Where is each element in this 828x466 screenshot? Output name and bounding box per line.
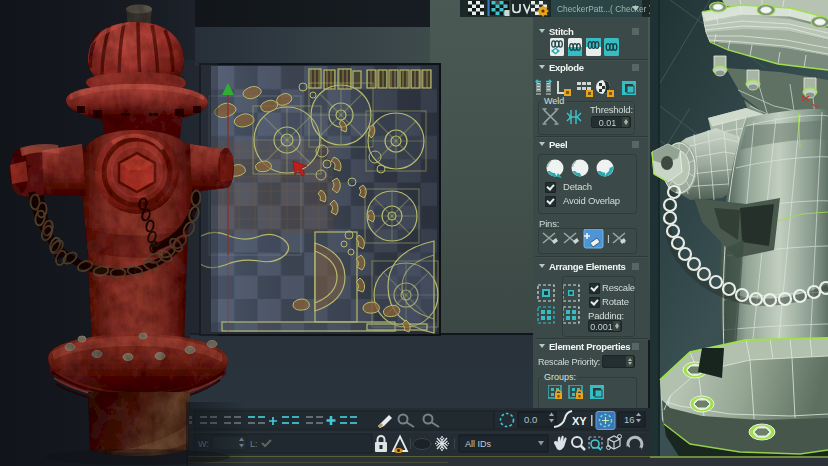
svg-text:16: 16	[624, 414, 635, 425]
svg-text:CheckerPatt...( Checker ): CheckerPatt...( Checker )	[557, 4, 652, 14]
svg-text:I: I	[607, 234, 610, 245]
svg-text:All IDs: All IDs	[465, 439, 492, 449]
svg-text:XY: XY	[572, 415, 587, 427]
svg-text:L:: L:	[250, 439, 258, 449]
svg-text:0.0: 0.0	[524, 414, 537, 425]
